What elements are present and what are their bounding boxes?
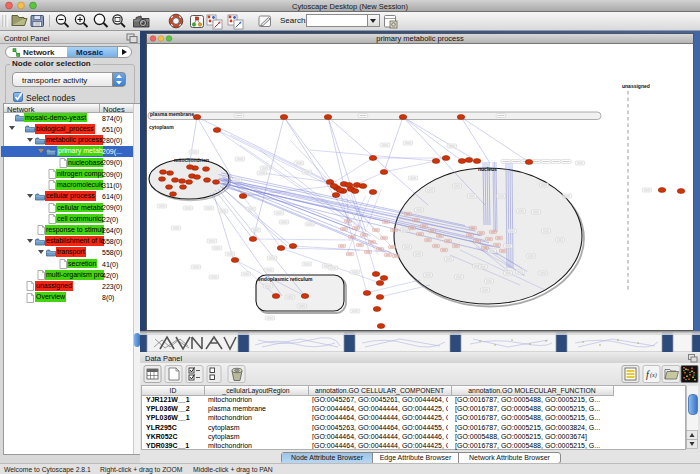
svg-text:(x): (x) [650,372,657,379]
svg-text:plasma membrane: plasma membrane [150,111,194,117]
svg-text:cytoplasm: cytoplasm [149,124,174,130]
svg-text:endoplasmic reticulum: endoplasmic reticulum [258,276,313,282]
svg-text:unassigned: unassigned [622,83,650,89]
svg-text:mitochondrion: mitochondrion [174,157,209,163]
svg-text:nucleus: nucleus [478,166,497,172]
